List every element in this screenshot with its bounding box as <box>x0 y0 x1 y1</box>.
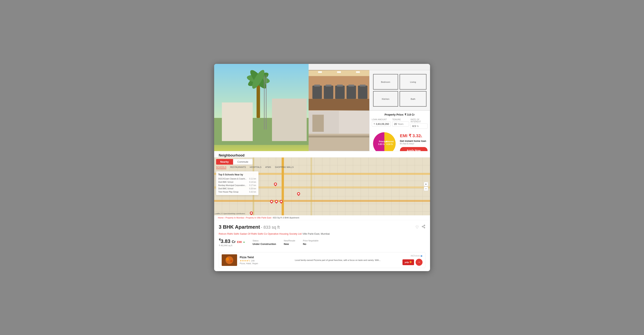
svg-text:3.83 Cr: 3.83 Cr <box>378 143 385 145</box>
svg-text:Interest: Interest <box>386 141 394 143</box>
share-button[interactable] <box>422 225 426 229</box>
svg-rect-22 <box>358 86 367 99</box>
svg-rect-17 <box>326 85 331 87</box>
tab-schools[interactable]: SCHOOLS <box>216 166 226 169</box>
new-resale-label: New/Resale <box>284 239 295 242</box>
loan-calculator-card: Property Price: ₹ 3.8 Cr LOAN AMOUNT ₹ 3… <box>369 111 430 151</box>
svg-text:Principal: Principal <box>379 141 387 143</box>
tab-hospitals[interactable]: HOSPITALS <box>250 166 262 169</box>
pie-chart: Principal 3.83 Cr Interest 4.14 Cr <box>372 131 397 151</box>
zoom-in-button[interactable]: + <box>424 182 428 186</box>
roi-field: RATE OF INTEREST 8.5 % <box>410 119 427 129</box>
school-item-5[interactable]: Tree House Play Group 0.32 km <box>216 190 258 194</box>
property-title: 3 BHK Apartment <box>219 224 260 230</box>
gallery-interior-image[interactable] <box>308 111 369 151</box>
school-item-2[interactable]: Dixit BMC School 0.14 km <box>216 180 258 184</box>
map-zoom-controls: + − <box>424 182 428 191</box>
property-location: Ville Parle East, Mumbai <box>302 232 330 235</box>
svg-rect-23 <box>360 85 366 87</box>
roi-value[interactable]: 8.5 % <box>410 124 427 129</box>
action-icons: ♡ <box>416 225 426 229</box>
get-loan-title: Get instant home loan <box>400 140 428 142</box>
property-society-row: Relcon Ridhi Sidhi Sadan Of Ridhi Sidhi … <box>219 232 426 235</box>
svg-rect-21 <box>348 85 354 87</box>
tab-restaurants[interactable]: RESTAURANTS <box>230 166 246 169</box>
tab-shopping-malls[interactable]: SHOPPING MALLS <box>275 166 294 169</box>
loan-amount-number: 3,83,09,260 <box>376 123 389 125</box>
ad-desc: Local family-owned Pizzeria part of grea… <box>295 259 400 261</box>
svg-rect-19 <box>337 85 343 87</box>
ad-tags: Pizza, Halal, Vegan <box>240 262 292 264</box>
svg-rect-25 <box>318 71 322 73</box>
map-road <box>310 157 312 215</box>
breadcrumb-area[interactable]: Property In Ville Parle East <box>246 216 271 219</box>
tab-nearby[interactable]: Nearby <box>216 159 233 165</box>
svg-text:Living: Living <box>410 81 416 83</box>
new-resale-block: New/Resale New <box>284 239 295 245</box>
ad-arrow-button[interactable]: → <box>416 259 422 266</box>
svg-rect-27 <box>356 71 360 73</box>
tab-atms[interactable]: ATMS <box>265 166 271 169</box>
gallery-floorplan-image[interactable]: Bedroom Living Kitchen Bath <box>369 70 430 111</box>
school-item-4[interactable]: Dixit BMC School 0.20 km <box>216 187 258 190</box>
roi-number: 8.5 <box>412 125 416 128</box>
svg-line-51 <box>423 227 424 227</box>
ad-image[interactable] <box>222 254 237 266</box>
svg-text:Bedroom: Bedroom <box>381 81 390 83</box>
school-item-3[interactable]: Bombay Municipal Corporation... 0.17 km <box>216 184 258 187</box>
emi-amount: EMI ₹ 3.32L <box>400 133 428 138</box>
svg-line-52 <box>423 226 424 226</box>
roi-unit: % <box>416 125 419 128</box>
loan-amount-field: LOAN AMOUNT ₹ 3,83,09,260 <box>372 119 391 129</box>
loan-card-title: Property Price: ₹ 3.8 Cr <box>372 113 428 116</box>
apply-now-button[interactable]: Apply Now <box>400 147 428 151</box>
loan-amount-label: LOAN AMOUNT <box>372 119 391 121</box>
zoom-out-button[interactable]: − <box>424 187 428 191</box>
gallery-main-image[interactable] <box>214 70 308 151</box>
price-block: ₹3.83 Cr EMI ● ₹ 46,044/ sq ft <box>219 238 245 247</box>
favorite-button[interactable]: ♡ <box>416 225 419 229</box>
gallery: Bedroom Living Kitchen Bath Property Pri… <box>214 70 430 151</box>
price-neg-label: Price Negotiable <box>303 239 319 242</box>
loan-fields: LOAN AMOUNT ₹ 3,83,09,260 TENURE 20 Year… <box>372 119 428 129</box>
breadcrumb-city[interactable]: Property In Mumbai <box>226 216 244 219</box>
property-section: 3 BHK Apartment - 833 sq ft ♡ Relcon Rid… <box>214 220 430 250</box>
ad-yelp: yelp ✸ → <box>402 259 422 266</box>
tenure-unit: Years <box>398 123 404 125</box>
map-section: Nearby Commute SCHOOLS RESTAURANTS HOSPI… <box>214 157 430 215</box>
ad-choices-label[interactable]: AdChoices ▶ <box>410 254 422 257</box>
loan-amount-value[interactable]: ₹ 3,83,09,260 <box>372 121 391 127</box>
svg-rect-14 <box>312 86 322 99</box>
emi-info: EMI ₹ 3.32L Get instant home loan It's f… <box>400 133 428 151</box>
property-size-dash: - <box>261 225 263 230</box>
nearby-commute-tabs: Nearby Commute <box>216 159 253 165</box>
breadcrumb-current: 833 Sq Ft 3 BHK Apartment <box>273 216 299 219</box>
property-title-block: 3 BHK Apartment - 833 sq ft <box>219 224 280 230</box>
ad-section: Pizza Twist ★★★★½ 148 Pizza, Halal, Vega… <box>219 252 426 268</box>
svg-rect-40 <box>339 111 369 134</box>
breadcrumb-sep: › <box>224 216 226 219</box>
property-size: 833 sq ft <box>264 225 280 230</box>
society-name[interactable]: Relcon Ridhi Sidhi Sadan Of Ridhi Sidhi … <box>219 232 302 235</box>
yelp-logo[interactable]: yelp ✸ <box>402 259 414 265</box>
breadcrumb-home[interactable]: Home <box>218 216 224 219</box>
svg-point-50 <box>424 227 425 228</box>
price-neg-block: Price Negotiable No <box>303 239 319 245</box>
status-label: Status <box>252 239 276 242</box>
tenure-value[interactable]: 20 Years <box>392 121 409 127</box>
ad-desc-block: Local family-owned Pizzeria part of grea… <box>295 259 400 261</box>
svg-rect-26 <box>337 71 341 73</box>
gallery-gym-image[interactable] <box>308 70 369 111</box>
new-resale-value: New <box>284 243 295 245</box>
breadcrumb: Home › Property In Mumbai › Property In … <box>214 215 430 220</box>
svg-rect-16 <box>324 86 333 99</box>
roi-label: RATE OF INTEREST <box>410 119 427 123</box>
ad-stars-row: ★★★★½ 148 <box>240 259 292 262</box>
school-item-1[interactable]: DGCA Exam Classes & Coachi... 0.11 km <box>216 177 258 180</box>
status-value: Under Construction <box>252 243 276 245</box>
ad-title: Pizza Twist <box>240 256 292 259</box>
svg-rect-24 <box>308 71 369 76</box>
tab-commute[interactable]: Commute <box>233 159 253 165</box>
tenure-label: TENURE <box>392 119 409 121</box>
category-tabs: SCHOOLS RESTAURANTS HOSPITALS ATMS SHOPP… <box>216 166 294 169</box>
